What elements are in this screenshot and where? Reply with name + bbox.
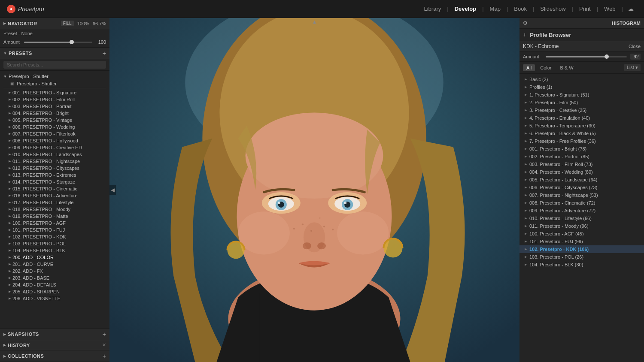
filter-tab-all[interactable]: All (523, 64, 535, 71)
profile-item[interactable]: ▶ 010. Presetpro - Lifestyle (66) (519, 214, 644, 222)
list-view-button[interactable]: List ▾ (624, 64, 641, 71)
add-profile-button[interactable]: + (523, 31, 526, 38)
profile-item[interactable]: ▶ 100. Presetpro - AGF (45) (519, 230, 644, 238)
preset-item[interactable]: ▶ 100. PRESETPRO - AGF (0, 220, 109, 226)
profile-item[interactable]: ▶ 5. Presetpro - Temperature (30) (519, 122, 644, 130)
profile-item[interactable]: ▶ 103. Presetpro - POL (26) (519, 253, 644, 261)
profile-item[interactable]: ▶ 3. Presetpro - Creative (25) (519, 106, 644, 114)
svg-point-12 (317, 242, 326, 249)
profile-item[interactable]: ▶ 007. Presetpro - Nightscape (53) (519, 191, 644, 199)
profile-item[interactable]: ▶ 2. Presetpro - Film (50) (519, 99, 644, 106)
profile-item[interactable]: ▶ 003. Presetpro - Film Roll (73) (519, 160, 644, 168)
preset-item[interactable]: ▶ 004. PRESETPRO - Bright (0, 110, 109, 117)
amount-row: Amount 100 (0, 38, 109, 47)
profile-list: ▶ Basic (2) ▶ Profiles (1) ▶ 1. Presetpr… (519, 74, 644, 362)
navigator-collapse-icon[interactable]: ▶ (3, 21, 6, 25)
snapshots-header[interactable]: ▶ Snapshots + (0, 329, 109, 340)
profile-item[interactable]: ▶ 104. Presetpro - BLK (30) (519, 261, 644, 268)
search-input[interactable] (3, 61, 106, 69)
profile-item[interactable]: ▶ 005. Presetpro - Landscape (64) (519, 176, 644, 184)
kdk-row: KDK - Echrome Close (519, 41, 644, 52)
preset-item[interactable]: ▶ 204. ADD - DETAILS (0, 281, 109, 288)
preset-item[interactable]: ▶ 013. PRESETPRO - Extremes (0, 172, 109, 178)
presets-collapse-icon[interactable]: ▼ (3, 51, 7, 55)
fill-button[interactable]: FILL (61, 21, 74, 26)
preset-item[interactable]: ▶ 103. PRESETPRO - POL (0, 240, 109, 247)
top-panel-toggle[interactable]: ▲ (309, 18, 321, 26)
profile-item[interactable]: ▶ 004. Presetpro - Wedding (80) (519, 168, 644, 176)
preset-item[interactable]: ▶ 205. ADD - SHARPEN (0, 288, 109, 295)
preset-item[interactable]: ▶ 101. PRESETPRO - FUJ (0, 226, 109, 233)
profile-item[interactable]: ▶ 001. Presetpro - Bright (78) (519, 145, 644, 153)
filter-tab-color[interactable]: Color (537, 64, 555, 71)
preset-group-child[interactable]: ▣ Presetpro - Shutter (0, 80, 109, 87)
filter-tabs: All Color B & W List ▾ (519, 62, 644, 74)
preset-item[interactable]: ▶ 015. PRESETPRO - Cinematic (0, 185, 109, 192)
preset-item[interactable]: ▶ 201. ADD - CURVE (0, 261, 109, 268)
history-header[interactable]: ▶ History ✕ (0, 340, 109, 350)
preset-item-add-color[interactable]: ▶ 200. ADD - COLOR (0, 254, 109, 261)
add-preset-button[interactable]: + (103, 50, 106, 57)
zoom-100[interactable]: 100% (77, 21, 89, 26)
preset-group-shutter[interactable]: ▼ Presetpro - Shutter (0, 72, 109, 80)
profile-item-basic[interactable]: ▶ Basic (2) (519, 75, 644, 83)
profile-item[interactable]: ▶ 101. Presetpro - FUJ (99) (519, 238, 644, 245)
preset-item[interactable]: ▶ 003. PRESETPRO - Portrait (0, 103, 109, 110)
preset-item[interactable]: ▶ 102. PRESETPRO - KDK (0, 233, 109, 240)
collections-header[interactable]: ▶ Collections + (0, 350, 109, 362)
settings-icon[interactable]: ⚙ (523, 20, 528, 26)
preset-item[interactable]: ▶ 006. PRESETPRO - Wedding (0, 124, 109, 130)
profile-item[interactable]: ▶ 008. Presetpro - Cinematic (72) (519, 199, 644, 207)
profile-item[interactable]: ▶ 002. Presetpro - Portrait (85) (519, 153, 644, 160)
profile-item[interactable]: ▶ 009. Presetpro - Adventure (72) (519, 207, 644, 214)
preset-item[interactable]: ▶ 005. PRESETPRO - Vintage (0, 117, 109, 124)
profile-item[interactable]: ▶ 011. Presetpro - Moody (96) (519, 222, 644, 230)
amount-slider-thumb-right[interactable] (605, 54, 609, 59)
add-collection-button[interactable]: + (103, 353, 106, 359)
amount-slider-fill-right (546, 56, 607, 57)
amount-slider-thumb[interactable] (70, 40, 74, 44)
preset-item[interactable]: ▶ 206. ADD - VIGNETTE (0, 295, 109, 302)
preset-item[interactable]: ▶ 017. PRESETPRO - Lifestyle (0, 199, 109, 206)
nav-library[interactable]: Library (420, 4, 446, 14)
preset-item[interactable]: ▶ 007. PRESETPRO - Filterlook (0, 130, 109, 137)
history-close-button[interactable]: ✕ (102, 342, 106, 348)
preset-item[interactable]: ▶ 012. PRESETPRO - Cityscapes (0, 165, 109, 172)
preset-item[interactable]: ▶ 010. PRESETPRO - Landscapes (0, 151, 109, 158)
preset-item[interactable]: ▶ 001. PRESETPRO - Signature (0, 89, 109, 96)
preset-item[interactable]: ▶ 016. PRESETPRO - Adventure (0, 192, 109, 199)
cloud-icon[interactable]: ☁ (625, 4, 637, 14)
nav-book[interactable]: Book (510, 4, 531, 14)
zoom-66[interactable]: 66.7% (93, 21, 106, 26)
profile-item-kdk[interactable]: ▶ 102. Presetpro - KDK (106) (519, 245, 644, 253)
profile-item[interactable]: ▶ 4. Presetpro - Emulation (40) (519, 114, 644, 122)
profile-item[interactable]: ▶ 7. Presetpro - Free Profiles (36) (519, 137, 644, 145)
amount-slider-right[interactable] (546, 56, 627, 57)
preset-item[interactable]: ▶ 008. PRESETPRO - Hollywood (0, 137, 109, 144)
preset-item[interactable]: ▶ 018. PRESETPRO - Moody (0, 206, 109, 213)
nav-develop[interactable]: Develop (450, 4, 481, 14)
profile-browser-header: + Profile Browser (519, 29, 644, 41)
close-profile-button[interactable]: Close (629, 44, 641, 49)
profile-item[interactable]: ▶ 6. Presetpro - Black & White (5) (519, 130, 644, 137)
top-navigation: ● Presetpro Library | Develop | Map | Bo… (0, 0, 644, 18)
nav-slideshow[interactable]: Slideshow (536, 4, 570, 14)
preset-item[interactable]: ▶ 202. ADD - FX (0, 268, 109, 275)
amount-slider[interactable] (24, 42, 92, 43)
nav-print[interactable]: Print (575, 4, 595, 14)
preset-item[interactable]: ▶ 002. PRESETPRO - Film Roll (0, 96, 109, 103)
nav-web[interactable]: Web (600, 4, 620, 14)
preset-item[interactable]: ▶ 011. PRESETPRO - Nightscape (0, 158, 109, 165)
preset-item[interactable]: ▶ 009. PRESETPRO - Creative HD (0, 144, 109, 151)
preset-item[interactable]: ▶ 104. PRESETPRO - BLK (0, 247, 109, 254)
profile-item[interactable]: ▶ 1. Presetpro - Signature (51) (519, 91, 644, 99)
profile-item[interactable]: ▶ 006. Presetpro - Cityscapes (73) (519, 184, 644, 191)
left-panel-toggle[interactable]: ◀ (109, 185, 116, 195)
filter-tab-bw[interactable]: B & W (557, 64, 577, 71)
profile-item-profiles[interactable]: ▶ Profiles (1) (519, 83, 644, 91)
nav-map[interactable]: Map (486, 4, 505, 14)
preset-item[interactable]: ▶ 019. PRESETPRO - Matte (0, 213, 109, 220)
preset-item[interactable]: ▶ 014. PRESETPRO - Stargaze (0, 178, 109, 185)
add-snapshot-button[interactable]: + (103, 331, 106, 338)
preset-item[interactable]: ▶ 203. ADD - BASE (0, 275, 109, 281)
